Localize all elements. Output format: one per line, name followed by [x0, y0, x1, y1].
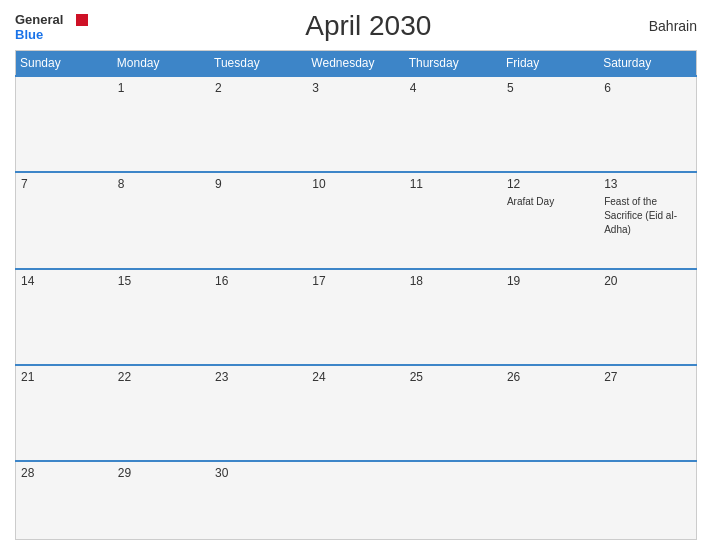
- calendar-cell: 23: [210, 365, 307, 461]
- calendar-cell: 27: [599, 365, 696, 461]
- calendar-cell: 8: [113, 172, 210, 268]
- calendar-day-header: Wednesday: [307, 51, 404, 77]
- svg-rect-1: [70, 14, 76, 26]
- logo: General Blue: [15, 10, 88, 42]
- calendar-cell: 9: [210, 172, 307, 268]
- calendar-cell: 12Arafat Day: [502, 172, 599, 268]
- day-number: 22: [118, 370, 205, 384]
- calendar-week-row: 14151617181920: [16, 269, 697, 365]
- day-number: 30: [215, 466, 302, 480]
- calendar-cell: 16: [210, 269, 307, 365]
- calendar-day-header: Thursday: [405, 51, 502, 77]
- day-number: 28: [21, 466, 108, 480]
- calendar-day-header: Sunday: [16, 51, 113, 77]
- logo-general: General: [15, 10, 88, 28]
- logo-general-text: General: [15, 12, 63, 27]
- day-number: 19: [507, 274, 594, 288]
- event-label: Arafat Day: [507, 196, 554, 207]
- calendar-cell: 30: [210, 461, 307, 539]
- event-label: Feast of the Sacrifice (Eid al-Adha): [604, 196, 677, 235]
- calendar-cell: 25: [405, 365, 502, 461]
- page-title: April 2030: [88, 10, 649, 42]
- calendar-cell: 26: [502, 365, 599, 461]
- day-number: 8: [118, 177, 205, 191]
- day-number: 2: [215, 81, 302, 95]
- day-number: 13: [604, 177, 691, 191]
- day-number: 24: [312, 370, 399, 384]
- calendar-cell: 4: [405, 76, 502, 172]
- calendar-cell: [405, 461, 502, 539]
- calendar-cell: 29: [113, 461, 210, 539]
- day-number: 25: [410, 370, 497, 384]
- calendar-week-row: 789101112Arafat Day13Feast of the Sacrif…: [16, 172, 697, 268]
- country-label: Bahrain: [649, 18, 697, 34]
- calendar-cell: 11: [405, 172, 502, 268]
- page: General Blue April 2030 Bahrain SundayMo…: [0, 0, 712, 550]
- calendar-week-row: 282930: [16, 461, 697, 539]
- day-number: 23: [215, 370, 302, 384]
- day-number: 14: [21, 274, 108, 288]
- day-number: 5: [507, 81, 594, 95]
- day-number: 6: [604, 81, 691, 95]
- calendar-cell: 22: [113, 365, 210, 461]
- calendar-cell: [307, 461, 404, 539]
- day-number: 9: [215, 177, 302, 191]
- day-number: 29: [118, 466, 205, 480]
- calendar-cell: 17: [307, 269, 404, 365]
- calendar-week-row: 123456: [16, 76, 697, 172]
- day-number: 11: [410, 177, 497, 191]
- day-number: 10: [312, 177, 399, 191]
- day-number: 7: [21, 177, 108, 191]
- calendar-cell: 21: [16, 365, 113, 461]
- calendar-cell: 6: [599, 76, 696, 172]
- calendar-day-header: Friday: [502, 51, 599, 77]
- day-number: 21: [21, 370, 108, 384]
- calendar-header-row: SundayMondayTuesdayWednesdayThursdayFrid…: [16, 51, 697, 77]
- calendar-cell: 19: [502, 269, 599, 365]
- day-number: 26: [507, 370, 594, 384]
- calendar-cell: 15: [113, 269, 210, 365]
- calendar-cell: [502, 461, 599, 539]
- calendar-cell: 3: [307, 76, 404, 172]
- day-number: 15: [118, 274, 205, 288]
- day-number: 17: [312, 274, 399, 288]
- calendar-cell: 10: [307, 172, 404, 268]
- calendar-cell: 20: [599, 269, 696, 365]
- calendar-cell: 5: [502, 76, 599, 172]
- day-number: 18: [410, 274, 497, 288]
- calendar-cell: 1: [113, 76, 210, 172]
- calendar-cell: 7: [16, 172, 113, 268]
- calendar-cell: 24: [307, 365, 404, 461]
- day-number: 12: [507, 177, 594, 191]
- calendar-week-row: 21222324252627: [16, 365, 697, 461]
- day-number: 27: [604, 370, 691, 384]
- calendar-cell: [16, 76, 113, 172]
- logo-blue-text: Blue: [15, 28, 43, 42]
- svg-marker-2: [76, 14, 79, 26]
- calendar-table: SundayMondayTuesdayWednesdayThursdayFrid…: [15, 50, 697, 540]
- calendar-day-header: Saturday: [599, 51, 696, 77]
- calendar-cell: 13Feast of the Sacrifice (Eid al-Adha): [599, 172, 696, 268]
- calendar-day-header: Monday: [113, 51, 210, 77]
- calendar-cell: 14: [16, 269, 113, 365]
- day-number: 16: [215, 274, 302, 288]
- header: General Blue April 2030 Bahrain: [15, 10, 697, 42]
- day-number: 3: [312, 81, 399, 95]
- day-number: 1: [118, 81, 205, 95]
- calendar-cell: 28: [16, 461, 113, 539]
- calendar-cell: 18: [405, 269, 502, 365]
- day-number: 4: [410, 81, 497, 95]
- calendar-day-header: Tuesday: [210, 51, 307, 77]
- calendar-cell: 2: [210, 76, 307, 172]
- day-number: 20: [604, 274, 691, 288]
- logo-flag-icon: [70, 14, 88, 26]
- calendar-cell: [599, 461, 696, 539]
